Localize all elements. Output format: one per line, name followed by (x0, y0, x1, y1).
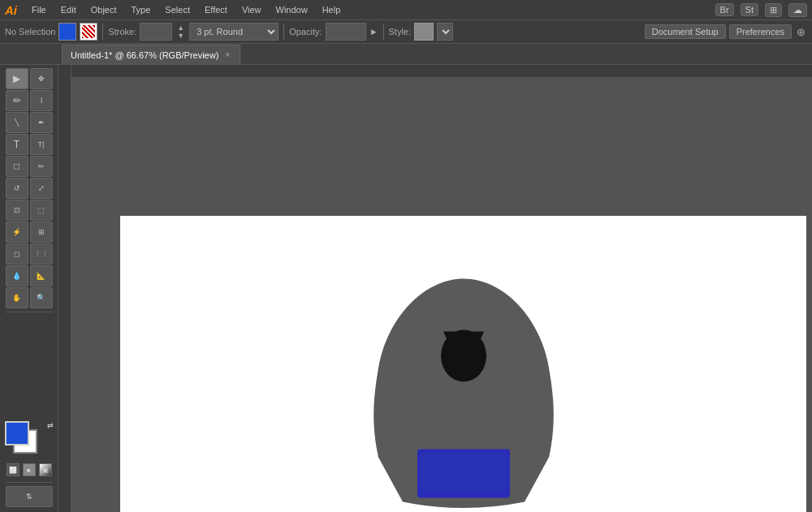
ruler-horizontal (71, 65, 812, 78)
opacity-input[interactable]: 100% (326, 23, 366, 41)
zoom-tool[interactable]: 🔍 (30, 287, 53, 308)
toolbox-colors: ⇄ ⬜ ■ ▣ (2, 418, 56, 480)
free-transform-tool[interactable]: ⬚ (30, 200, 53, 221)
shape-builder-tool[interactable]: ⚡ (6, 222, 28, 243)
menu-window[interactable]: Window (270, 3, 314, 16)
menu-file[interactable]: File (25, 3, 53, 16)
style-swatch[interactable] (414, 23, 434, 41)
measure-tool[interactable]: 📐 (30, 265, 53, 286)
touch-type-tool[interactable]: T| (30, 134, 53, 155)
menu-effect[interactable]: Effect (198, 3, 234, 16)
toolbar-separator-3 (383, 24, 384, 40)
toolbar-separator-1 (102, 24, 103, 40)
svg-point-1 (441, 330, 486, 382)
tool-row-4: T T| (2, 134, 56, 155)
main-area: ▶ ✥ ✏ ⌇ ╲ ✒ T T| □ ✏ ↺ ⤢ ⊡ ⬚ ⚡ ⊞ (0, 65, 812, 512)
tab-title: Untitled-1* @ 66.67% (RGB/Preview) (71, 50, 218, 60)
brush-tool[interactable]: ✏ (30, 156, 53, 177)
stroke-up-arrow[interactable]: ▲ (175, 24, 186, 32)
curve-tool[interactable]: ✒ (30, 112, 53, 133)
opacity-label: Opacity: (289, 27, 322, 37)
graph-tool[interactable]: ⋮⋮ (30, 243, 53, 265)
toolbar-extra-btn[interactable]: ⊕ (795, 26, 807, 38)
document-canvas (120, 216, 806, 512)
canvas-area[interactable] (58, 65, 812, 512)
line-tool[interactable]: ╲ (6, 112, 28, 133)
grid-icon[interactable]: ⊞ (765, 3, 782, 17)
tool-row-1: ▶ ✥ (2, 68, 56, 89)
gradient-icon[interactable]: ▣ (39, 463, 52, 476)
tool-row-6: ↺ ⤢ (2, 178, 56, 199)
artwork (362, 271, 565, 510)
color-icon[interactable]: ■ (23, 463, 36, 476)
bridge-icon[interactable]: Br (715, 3, 734, 16)
menu-bar-icons: Br St ⊞ ☁ (715, 3, 807, 17)
menu-edit[interactable]: Edit (54, 3, 83, 16)
warp-tool[interactable]: ⊡ (6, 200, 28, 221)
stroke-type-select[interactable]: 3 pt. Round (189, 23, 279, 41)
toolbar: No Selection Stroke: ▲ ▼ 3 pt. Round Opa… (0, 19, 812, 44)
type-tool-v[interactable]: ⌇ (30, 90, 53, 111)
pen-tool[interactable]: ✏ (6, 90, 28, 111)
menu-type[interactable]: Type (125, 3, 158, 16)
stroke-label: Stroke: (108, 27, 136, 37)
stroke-color-swatch[interactable] (80, 23, 97, 41)
style-label: Style: (389, 27, 412, 37)
eyedropper-tool[interactable]: 💧 (6, 265, 28, 286)
tool-row-5: □ ✏ (2, 156, 56, 177)
tool-row-bottom: ⇅ (2, 485, 56, 508)
preferences-button[interactable]: Preferences (729, 24, 792, 39)
menu-help[interactable]: Help (316, 3, 348, 16)
toolbar-separator-2 (283, 24, 284, 40)
cloud-icon[interactable]: ☁ (788, 3, 807, 17)
tool-row-8: ⚡ ⊞ (2, 222, 56, 243)
menu-bar: Ai File Edit Object Type Select Effect V… (0, 0, 812, 19)
tab-bar: Untitled-1* @ 66.67% (RGB/Preview) × (0, 44, 812, 65)
menu-object[interactable]: Object (84, 3, 123, 16)
tool-row-7: ⊡ ⬚ (2, 200, 56, 221)
perspective-tool[interactable]: ◻ (6, 243, 28, 265)
style-select[interactable]: ▼ (437, 23, 453, 41)
tool-row-10: 💧 📐 (2, 265, 56, 286)
screen-mode-tool[interactable]: ⇅ (6, 486, 53, 507)
selection-label: No Selection (5, 27, 55, 37)
toolbox-bottom-separator (5, 482, 53, 483)
menu-select[interactable]: Select (158, 3, 197, 16)
tool-row-11: ✋ 🔍 (2, 287, 56, 308)
document-tab[interactable]: Untitled-1* @ 66.67% (RGB/Preview) × (62, 45, 240, 64)
svg-rect-3 (421, 453, 507, 492)
stock-icon[interactable]: St (741, 3, 758, 16)
toolbox: ▶ ✥ ✏ ⌇ ╲ ✒ T T| □ ✏ ↺ ⤢ ⊡ ⬚ ⚡ ⊞ (0, 65, 58, 512)
ruler-vertical (58, 65, 71, 512)
scale-tool[interactable]: ⤢ (30, 178, 53, 199)
canvas-container[interactable] (71, 78, 812, 512)
menu-view[interactable]: View (235, 3, 268, 16)
stroke-width-input[interactable] (140, 23, 172, 41)
hooded-figure-svg (362, 271, 565, 510)
fill-color-swatch[interactable] (58, 23, 76, 41)
document-setup-button[interactable]: Document Setup (645, 24, 726, 39)
rect-tool[interactable]: □ (6, 156, 28, 177)
tool-row-2: ✏ ⌇ (2, 90, 56, 111)
tool-row-3: ╲ ✒ (2, 112, 56, 133)
mini-icons-row: ⬜ ■ ▣ (5, 463, 53, 476)
no-fill-icon[interactable]: ⬜ (6, 463, 19, 476)
tool-row-9: ◻ ⋮⋮ (2, 243, 56, 265)
swap-colors-icon[interactable]: ⇄ (47, 421, 54, 429)
select-tool[interactable]: ▶ (6, 68, 28, 89)
type-tool[interactable]: T (6, 134, 28, 155)
toolbox-color-separator (5, 312, 53, 312)
tab-close-button[interactable]: × (223, 50, 231, 59)
hand-tool[interactable]: ✋ (6, 287, 28, 308)
rotate-tool[interactable]: ↺ (6, 178, 28, 199)
artboard-tool[interactable]: ⊞ (30, 222, 53, 243)
stroke-down-arrow[interactable]: ▼ (175, 32, 186, 40)
opacity-expand-btn[interactable]: ▶ (369, 28, 378, 36)
color-boxes: ⇄ (5, 421, 54, 462)
stroke-arrows[interactable]: ▲ ▼ (175, 24, 186, 40)
direct-select-tool[interactable]: ✥ (30, 68, 53, 89)
fill-box[interactable] (5, 421, 29, 445)
app-logo: Ai (5, 3, 17, 17)
